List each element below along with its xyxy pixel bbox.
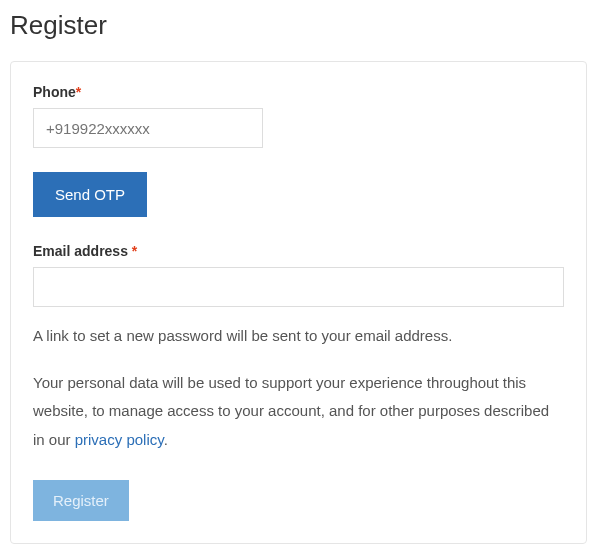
email-input[interactable] — [33, 267, 564, 307]
email-label: Email address * — [33, 243, 564, 259]
page-title: Register — [10, 10, 587, 41]
email-label-text: Email address — [33, 243, 132, 259]
register-form: Phone* Send OTP Email address * A link t… — [10, 61, 587, 544]
phone-input[interactable] — [33, 108, 263, 148]
phone-label-text: Phone — [33, 84, 76, 100]
privacy-policy-link[interactable]: privacy policy — [75, 431, 164, 448]
register-button[interactable]: Register — [33, 480, 129, 521]
phone-required-mark: * — [76, 84, 81, 100]
privacy-post-text: . — [164, 431, 168, 448]
phone-label: Phone* — [33, 84, 564, 100]
password-helper-text: A link to set a new password will be sen… — [33, 323, 564, 349]
email-required-mark: * — [132, 243, 137, 259]
send-otp-button[interactable]: Send OTP — [33, 172, 147, 217]
phone-field-group: Phone* — [33, 84, 564, 148]
email-field-group: Email address * — [33, 243, 564, 307]
privacy-text: Your personal data will be used to suppo… — [33, 369, 564, 455]
